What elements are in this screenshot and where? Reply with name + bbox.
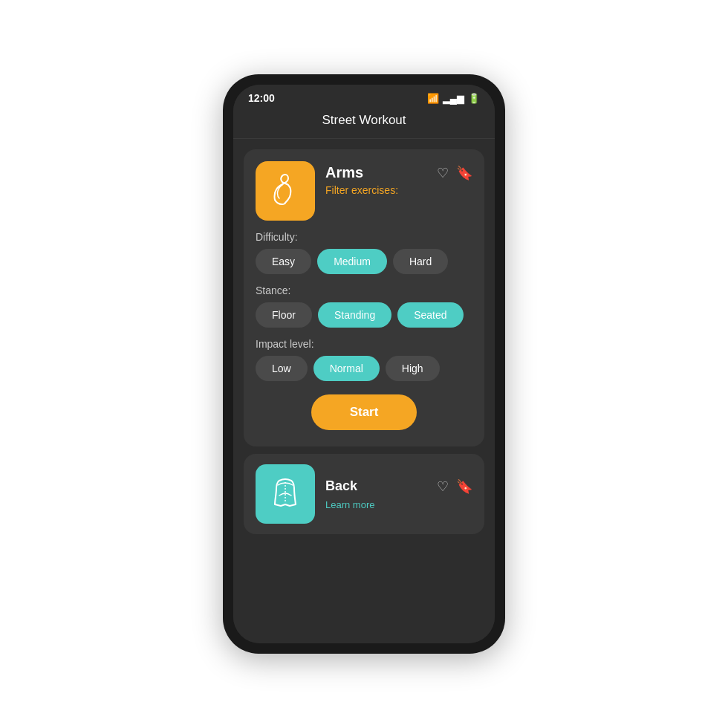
phone-frame: 12:00 📶 ▂▄▆ 🔋 Street Workout [223,74,505,654]
card-action-icons: ♡ 🔖 [437,165,472,181]
card-title-row: Arms ♡ 🔖 [325,164,472,181]
preview-bookmark-icon[interactable]: 🔖 [456,478,472,495]
phone-screen: 12:00 📶 ▂▄▆ 🔋 Street Workout [233,85,495,643]
difficulty-medium-btn[interactable]: Medium [317,249,387,274]
learn-more-link[interactable]: Learn more [325,499,472,510]
status-bar: 12:00 📶 ▂▄▆ 🔋 [233,85,495,108]
stance-seated-btn[interactable]: Seated [397,302,463,328]
impact-section: Impact level: Low Normal High [256,338,472,381]
arms-card: Arms ♡ 🔖 Filter exercises: Difficulty: E [244,149,484,446]
impact-label: Impact level: [256,338,472,350]
stance-standing-btn[interactable]: Standing [318,302,391,328]
card-name: Arms [325,164,363,181]
card-top: Arms ♡ 🔖 Filter exercises: [256,161,472,221]
bookmark-icon[interactable]: 🔖 [456,165,472,181]
impact-high-btn[interactable]: High [386,356,440,381]
start-button[interactable]: Start [311,394,417,430]
preview-heart-icon[interactable]: ♡ [437,478,449,495]
status-icons: 📶 ▂▄▆ 🔋 [427,93,480,104]
status-time: 12:00 [248,92,275,104]
heart-icon[interactable]: ♡ [437,165,449,181]
preview-right: Back ♡ 🔖 Learn more [325,478,472,510]
difficulty-label: Difficulty: [256,231,472,243]
difficulty-easy-btn[interactable]: Easy [256,249,311,274]
impact-low-btn[interactable]: Low [256,356,308,381]
difficulty-buttons: Easy Medium Hard [256,249,472,274]
impact-normal-btn[interactable]: Normal [313,356,380,381]
back-icon [266,475,305,513]
preview-action-icons: ♡ 🔖 [437,478,472,495]
arms-image [256,161,315,221]
signal-icon: ▂▄▆ [443,93,464,104]
back-preview-card: Back ♡ 🔖 Learn more [244,454,484,534]
filter-label: Filter exercises: [325,184,472,196]
arms-icon [266,172,305,210]
difficulty-section: Difficulty: Easy Medium Hard [256,231,472,274]
impact-buttons: Low Normal High [256,356,472,381]
preview-title-row: Back ♡ 🔖 [325,478,472,495]
back-image [256,464,315,524]
difficulty-hard-btn[interactable]: Hard [393,249,448,274]
preview-name: Back [325,478,357,494]
app-header: Street Workout [233,108,495,139]
app-title: Street Workout [322,113,406,127]
start-btn-wrap: Start [256,394,472,430]
battery-icon: 🔋 [468,93,480,104]
stance-label: Stance: [256,285,472,296]
stance-floor-btn[interactable]: Floor [256,302,312,328]
stance-buttons: Floor Standing Seated [256,302,472,328]
stance-section: Stance: Floor Standing Seated [256,285,472,328]
content-area: Arms ♡ 🔖 Filter exercises: Difficulty: E [233,139,495,643]
wifi-icon: 📶 [427,93,439,104]
card-header-right: Arms ♡ 🔖 Filter exercises: [325,161,472,196]
